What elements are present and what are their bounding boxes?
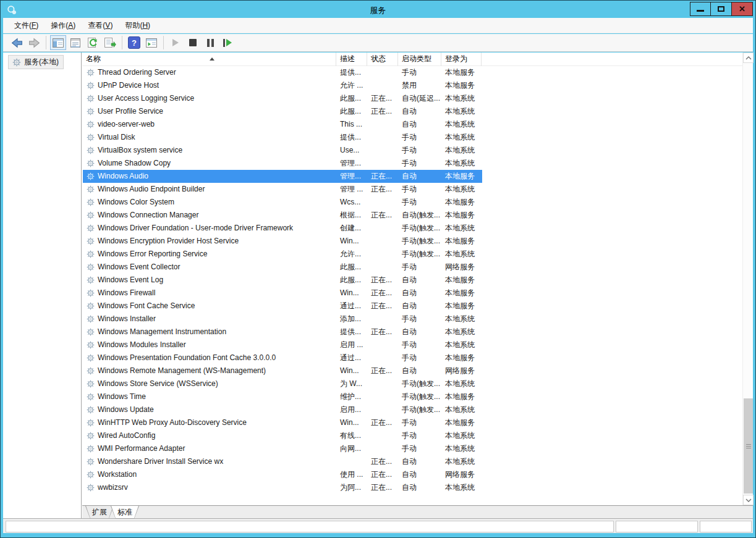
tab-standard-label: 标准 <box>111 506 139 519</box>
service-gear-icon <box>87 276 95 284</box>
service-row[interactable]: Virtual Disk 提供... 手动 本地系统 <box>82 131 742 144</box>
service-row[interactable]: Windows Firewall Win... 正在... 自动 本地服务 <box>82 287 742 300</box>
close-button[interactable]: ✕ <box>732 2 753 16</box>
toolbar-separator <box>122 36 122 49</box>
service-startup-type: 自动 <box>398 287 441 300</box>
export-list-button[interactable] <box>102 35 118 50</box>
service-row[interactable]: video-server-web This ... 自动 本地系统 <box>82 118 742 131</box>
service-row[interactable]: Windows Installer 添加... 手动 本地系统 <box>82 313 742 326</box>
service-name: Windows Management Instrumentation <box>98 326 226 338</box>
service-row[interactable]: Windows Audio Endpoint Builder 管理 ... 正在… <box>82 183 742 196</box>
service-row[interactable]: Windows Audio 管理... 正在... 自动 本地服务 <box>82 170 742 183</box>
service-row[interactable]: Windows Encryption Provider Host Service… <box>82 235 742 248</box>
service-row[interactable]: Wondershare Driver Install Service wx 正在… <box>82 455 742 468</box>
service-gear-icon <box>87 367 95 375</box>
service-row[interactable]: Windows Event Log 此服... 正在... 自动 本地服务 <box>82 274 742 287</box>
service-startup-type: 自动 <box>398 455 441 468</box>
service-row[interactable]: Windows Connection Manager 根据... 正在... 自… <box>82 209 742 222</box>
service-row[interactable]: User Profile Service 此服... 正在... 自动 本地系统 <box>82 105 742 118</box>
column-header-startup-type[interactable]: 启动类型 <box>398 53 441 66</box>
service-row[interactable]: Windows Event Collector 此服... 手动 网络服务 <box>82 261 742 274</box>
properties-button[interactable] <box>67 35 83 50</box>
scroll-up-button[interactable] <box>743 53 754 63</box>
service-row[interactable]: Windows Update 启用... 手动(触发... 本地系统 <box>82 403 742 416</box>
minimize-button[interactable] <box>690 2 711 16</box>
service-row[interactable]: Windows Color System Wcs... 手动 本地服务 <box>82 196 742 209</box>
service-startup-type: 自动 <box>398 326 441 338</box>
service-startup-type: 手动 <box>398 351 441 364</box>
service-row[interactable]: wwbizsrv 为阿... 正在... 自动 本地系统 <box>82 481 742 494</box>
stop-service-button[interactable] <box>185 35 201 50</box>
service-row[interactable]: Thread Ordering Server 提供... 手动 本地服务 <box>82 66 742 79</box>
column-header-filler <box>482 53 742 66</box>
service-logon-as: 本地服务 <box>441 66 482 79</box>
service-status: 正在... <box>367 287 398 300</box>
pause-service-button[interactable] <box>202 35 218 50</box>
service-logon-as: 本地系统 <box>441 481 482 494</box>
refresh-icon <box>87 38 98 48</box>
service-row[interactable]: Wired AutoConfig 有线... 手动 本地系统 <box>82 429 742 442</box>
service-row[interactable]: WMI Performance Adapter 向网... 手动 本地系统 <box>82 442 742 455</box>
menu-item-view[interactable]: 查看(V) <box>82 19 119 33</box>
service-logon-as: 本地系统 <box>441 157 482 170</box>
service-row[interactable]: UPnP Device Host 允许 ... 禁用 本地服务 <box>82 79 742 92</box>
service-description: 使用 ... <box>336 468 367 481</box>
service-row[interactable]: Windows Error Reporting Service 允许... 手动… <box>82 248 742 261</box>
service-row[interactable]: User Access Logging Service 此服... 正在... … <box>82 92 742 105</box>
menu-item-file[interactable]: 文件(F) <box>8 19 45 33</box>
menu-item-action[interactable]: 操作(A) <box>45 19 82 33</box>
help-button[interactable]: ? <box>126 35 142 50</box>
service-startup-type: 手动 <box>398 416 441 429</box>
service-description: 有线... <box>336 429 367 442</box>
tree-item-services-local[interactable]: 服务(本地) <box>8 55 64 69</box>
show-hide-console-tree-button[interactable] <box>50 35 66 50</box>
vertical-scrollbar[interactable] <box>742 53 753 505</box>
service-startup-type: 手动(触发... <box>398 222 441 235</box>
back-button[interactable] <box>9 35 25 50</box>
refresh-button[interactable] <box>85 35 101 50</box>
service-logon-as: 本地系统 <box>441 92 482 105</box>
service-row[interactable]: Workstation 使用 ... 正在... 自动 网络服务 <box>82 468 742 481</box>
scrollbar-thumb[interactable] <box>744 398 753 494</box>
service-name: VirtualBox system service <box>98 144 182 157</box>
service-row[interactable]: Windows Store Service (WSService) 为 W...… <box>82 377 742 390</box>
service-gear-icon <box>87 484 95 492</box>
tab-standard[interactable]: 标准 <box>111 506 139 519</box>
forward-button[interactable] <box>26 35 42 50</box>
service-row[interactable]: Volume Shadow Copy 管理... 手动 本地系统 <box>82 157 742 170</box>
column-header-description[interactable]: 描述 <box>336 53 367 66</box>
service-row[interactable]: VirtualBox system service Use... 手动 本地系统 <box>82 144 742 157</box>
start-service-button[interactable] <box>168 35 184 50</box>
service-gear-icon <box>87 69 95 77</box>
column-header-status[interactable]: 状态 <box>367 53 398 66</box>
service-gear-icon <box>87 185 95 193</box>
title-bar[interactable]: 服务 ✕ <box>1 1 755 18</box>
restart-service-button[interactable] <box>219 35 236 50</box>
service-row[interactable]: Windows Management Instrumentation 提供...… <box>82 326 742 338</box>
service-row[interactable]: Windows Remote Management (WS-Management… <box>82 364 742 377</box>
scroll-down-button[interactable] <box>743 495 754 505</box>
service-row[interactable]: WinHTTP Web Proxy Auto-Discovery Service… <box>82 416 742 429</box>
service-logon-as: 本地服务 <box>441 235 482 248</box>
service-startup-type: 手动 <box>398 313 441 326</box>
service-description: 管理... <box>336 157 367 170</box>
service-description: 通过... <box>336 300 367 313</box>
service-row[interactable]: Windows Presentation Foundation Font Cac… <box>82 351 742 364</box>
menu-bar: 文件(F)操作(A)查看(V)帮助(H) <box>3 18 753 33</box>
services-list-pane: 名称 描述 状态 启动类型 登录为 <box>82 53 742 505</box>
service-name-cell: Windows Presentation Foundation Font Cac… <box>82 351 336 364</box>
properties-icon <box>70 38 81 48</box>
menu-item-help[interactable]: 帮助(H) <box>119 19 156 33</box>
service-description: 提供... <box>336 66 367 79</box>
show-hide-action-pane-button[interactable] <box>143 35 159 50</box>
tab-extended[interactable]: 扩展 <box>85 506 114 519</box>
service-gear-icon <box>87 250 95 258</box>
service-row[interactable]: Windows Modules Installer 启用 ... 手动 本地系统 <box>82 338 742 351</box>
service-row[interactable]: Windows Time 维护... 手动(触发... 本地服务 <box>82 390 742 403</box>
maximize-button[interactable] <box>711 2 732 16</box>
service-row[interactable]: Windows Driver Foundation - User-mode Dr… <box>82 222 742 235</box>
service-logon-as: 本地系统 <box>441 338 482 351</box>
column-header-logon-as[interactable]: 登录为 <box>441 53 482 66</box>
service-row[interactable]: Windows Font Cache Service 通过... 正在... 自… <box>82 300 742 313</box>
service-status: 正在... <box>367 183 398 196</box>
